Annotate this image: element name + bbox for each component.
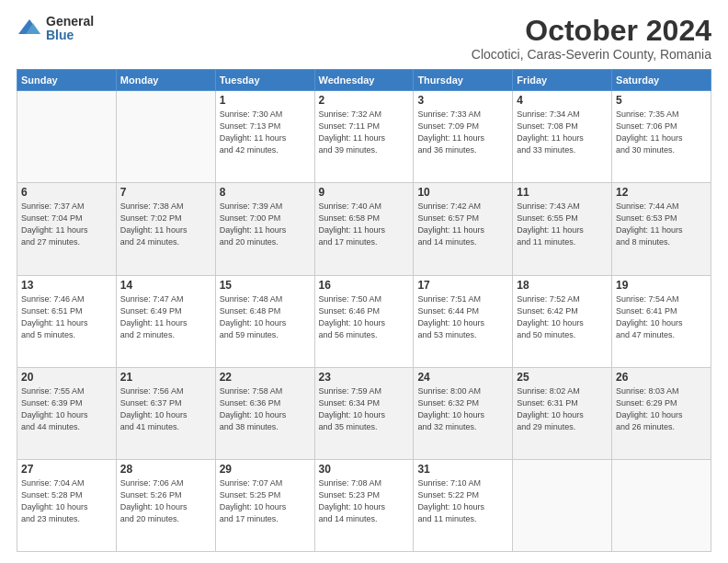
calendar-week-row: 1Sunrise: 7:30 AM Sunset: 7:13 PM Daylig… [17, 91, 711, 183]
day-info: Sunrise: 7:51 AM Sunset: 6:44 PM Dayligh… [417, 293, 508, 341]
day-number: 8 [220, 186, 311, 199]
table-row [513, 459, 612, 551]
day-number: 27 [21, 463, 112, 476]
table-row: 20Sunrise: 7:55 AM Sunset: 6:39 PM Dayli… [17, 367, 117, 459]
day-info: Sunrise: 7:50 AM Sunset: 6:46 PM Dayligh… [319, 293, 410, 341]
day-info: Sunrise: 7:55 AM Sunset: 6:39 PM Dayligh… [21, 385, 112, 433]
title-block: October 2024 Clocotici, Caras-Severin Co… [472, 15, 711, 62]
day-number: 25 [517, 371, 608, 384]
day-info: Sunrise: 7:48 AM Sunset: 6:48 PM Dayligh… [220, 293, 311, 341]
calendar-week-row: 13Sunrise: 7:46 AM Sunset: 6:51 PM Dayli… [17, 275, 711, 367]
table-row: 4Sunrise: 7:34 AM Sunset: 7:08 PM Daylig… [513, 91, 612, 183]
day-number: 20 [21, 371, 112, 384]
day-number: 19 [616, 279, 707, 292]
day-info: Sunrise: 7:37 AM Sunset: 7:04 PM Dayligh… [21, 201, 112, 248]
table-row [612, 459, 711, 551]
day-number: 11 [517, 186, 608, 199]
col-wednesday: Wednesday [314, 70, 414, 91]
day-number: 10 [417, 186, 508, 199]
page: General Blue October 2024 Clocotici, Car… [0, 0, 728, 563]
table-row: 13Sunrise: 7:46 AM Sunset: 6:51 PM Dayli… [17, 275, 117, 367]
day-number: 9 [319, 186, 410, 199]
day-number: 15 [220, 279, 311, 292]
day-number: 1 [220, 94, 311, 107]
table-row: 17Sunrise: 7:51 AM Sunset: 6:44 PM Dayli… [414, 275, 513, 367]
day-info: Sunrise: 7:08 AM Sunset: 5:23 PM Dayligh… [319, 477, 410, 525]
day-info: Sunrise: 7:32 AM Sunset: 7:11 PM Dayligh… [319, 109, 410, 156]
day-info: Sunrise: 7:46 AM Sunset: 6:51 PM Dayligh… [21, 293, 112, 341]
day-number: 29 [220, 463, 311, 476]
day-info: Sunrise: 7:10 AM Sunset: 5:22 PM Dayligh… [417, 477, 508, 525]
table-row: 5Sunrise: 7:35 AM Sunset: 7:06 PM Daylig… [612, 91, 711, 183]
logo-blue: Blue [46, 29, 94, 42]
day-info: Sunrise: 8:02 AM Sunset: 6:31 PM Dayligh… [517, 385, 608, 433]
day-number: 21 [120, 371, 211, 384]
day-number: 16 [319, 279, 410, 292]
table-row: 21Sunrise: 7:56 AM Sunset: 6:37 PM Dayli… [116, 367, 215, 459]
location-subtitle: Clocotici, Caras-Severin County, Romania [472, 47, 711, 62]
day-info: Sunrise: 7:33 AM Sunset: 7:09 PM Dayligh… [417, 109, 508, 156]
table-row: 18Sunrise: 7:52 AM Sunset: 6:42 PM Dayli… [513, 275, 612, 367]
day-number: 26 [616, 371, 707, 384]
day-info: Sunrise: 7:38 AM Sunset: 7:02 PM Dayligh… [120, 201, 211, 248]
day-number: 24 [417, 371, 508, 384]
table-row: 25Sunrise: 8:02 AM Sunset: 6:31 PM Dayli… [513, 367, 612, 459]
day-info: Sunrise: 7:54 AM Sunset: 6:41 PM Dayligh… [616, 293, 707, 341]
table-row: 9Sunrise: 7:40 AM Sunset: 6:58 PM Daylig… [314, 183, 414, 275]
day-number: 2 [319, 94, 410, 107]
table-row: 3Sunrise: 7:33 AM Sunset: 7:09 PM Daylig… [414, 91, 513, 183]
table-row: 22Sunrise: 7:58 AM Sunset: 6:36 PM Dayli… [215, 367, 314, 459]
table-row: 23Sunrise: 7:59 AM Sunset: 6:34 PM Dayli… [314, 367, 414, 459]
day-number: 30 [319, 463, 410, 476]
day-number: 7 [120, 186, 211, 199]
day-info: Sunrise: 7:56 AM Sunset: 6:37 PM Dayligh… [120, 385, 211, 433]
day-info: Sunrise: 7:04 AM Sunset: 5:28 PM Dayligh… [21, 477, 112, 525]
table-row: 27Sunrise: 7:04 AM Sunset: 5:28 PM Dayli… [17, 459, 117, 551]
table-row: 7Sunrise: 7:38 AM Sunset: 7:02 PM Daylig… [116, 183, 215, 275]
table-row: 14Sunrise: 7:47 AM Sunset: 6:49 PM Dayli… [116, 275, 215, 367]
table-row: 16Sunrise: 7:50 AM Sunset: 6:46 PM Dayli… [314, 275, 414, 367]
day-info: Sunrise: 8:03 AM Sunset: 6:29 PM Dayligh… [616, 385, 707, 433]
day-info: Sunrise: 8:00 AM Sunset: 6:32 PM Dayligh… [417, 385, 508, 433]
table-row: 31Sunrise: 7:10 AM Sunset: 5:22 PM Dayli… [414, 459, 513, 551]
day-info: Sunrise: 7:52 AM Sunset: 6:42 PM Dayligh… [517, 293, 608, 341]
col-sunday: Sunday [17, 70, 117, 91]
day-number: 3 [417, 94, 508, 107]
day-info: Sunrise: 7:44 AM Sunset: 6:53 PM Dayligh… [616, 201, 707, 248]
table-row: 10Sunrise: 7:42 AM Sunset: 6:57 PM Dayli… [414, 183, 513, 275]
logo: General Blue [17, 15, 94, 43]
calendar-week-row: 6Sunrise: 7:37 AM Sunset: 7:04 PM Daylig… [17, 183, 711, 275]
header: General Blue October 2024 Clocotici, Car… [17, 15, 711, 62]
calendar-week-row: 27Sunrise: 7:04 AM Sunset: 5:28 PM Dayli… [17, 459, 711, 551]
table-row: 26Sunrise: 8:03 AM Sunset: 6:29 PM Dayli… [612, 367, 711, 459]
day-number: 6 [21, 186, 112, 199]
table-row: 19Sunrise: 7:54 AM Sunset: 6:41 PM Dayli… [612, 275, 711, 367]
col-saturday: Saturday [612, 70, 711, 91]
day-info: Sunrise: 7:42 AM Sunset: 6:57 PM Dayligh… [417, 201, 508, 248]
day-number: 14 [120, 279, 211, 292]
logo-icon [17, 16, 42, 41]
table-row: 8Sunrise: 7:39 AM Sunset: 7:00 PM Daylig… [215, 183, 314, 275]
month-title: October 2024 [472, 15, 711, 47]
col-thursday: Thursday [414, 70, 513, 91]
table-row [17, 91, 117, 183]
day-info: Sunrise: 7:40 AM Sunset: 6:58 PM Dayligh… [319, 201, 410, 248]
day-number: 13 [21, 279, 112, 292]
day-number: 4 [517, 94, 608, 107]
col-monday: Monday [116, 70, 215, 91]
day-info: Sunrise: 7:35 AM Sunset: 7:06 PM Dayligh… [616, 109, 707, 156]
day-number: 31 [417, 463, 508, 476]
logo-general: General [46, 15, 94, 29]
table-row: 15Sunrise: 7:48 AM Sunset: 6:48 PM Dayli… [215, 275, 314, 367]
table-row: 12Sunrise: 7:44 AM Sunset: 6:53 PM Dayli… [612, 183, 711, 275]
day-info: Sunrise: 7:43 AM Sunset: 6:55 PM Dayligh… [517, 201, 608, 248]
day-info: Sunrise: 7:47 AM Sunset: 6:49 PM Dayligh… [120, 293, 211, 341]
table-row: 30Sunrise: 7:08 AM Sunset: 5:23 PM Dayli… [314, 459, 414, 551]
day-number: 18 [517, 279, 608, 292]
day-info: Sunrise: 7:39 AM Sunset: 7:00 PM Dayligh… [220, 201, 311, 248]
col-tuesday: Tuesday [215, 70, 314, 91]
logo-text: General Blue [46, 15, 94, 43]
day-info: Sunrise: 7:58 AM Sunset: 6:36 PM Dayligh… [220, 385, 311, 433]
table-row: 11Sunrise: 7:43 AM Sunset: 6:55 PM Dayli… [513, 183, 612, 275]
table-row: 28Sunrise: 7:06 AM Sunset: 5:26 PM Dayli… [116, 459, 215, 551]
